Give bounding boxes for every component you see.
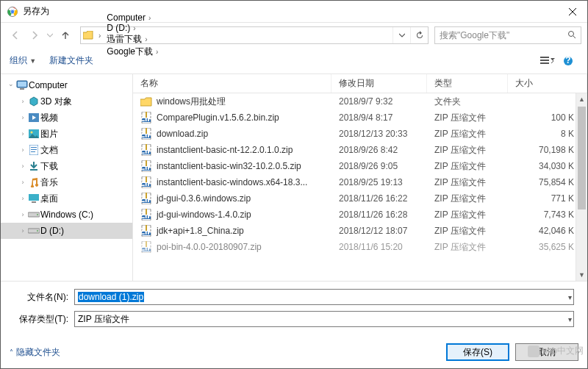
up-button[interactable] [57, 26, 74, 44]
file-row[interactable]: ZIPjdk+api+1.8_China.zip2018/12/12 18:07… [133, 223, 587, 239]
breadcrumb-item[interactable]: Computer› [104, 12, 161, 23]
expand-icon[interactable]: › [18, 211, 27, 218]
scroll-down[interactable]: ▼ [576, 269, 587, 281]
file-row[interactable]: ZIPComparePlugin.v1.5.6.2.bin.zip2018/9/… [133, 110, 587, 126]
file-row[interactable]: ZIPdownload.zip2018/12/13 20:33ZIP 压缩文件8… [133, 126, 587, 142]
filename-input[interactable]: download (1).zip ▾ [74, 289, 574, 305]
file-row[interactable]: ZIPjd-gui-0.3.6.windows.zip2018/11/26 16… [133, 190, 587, 207]
svg-rect-19 [31, 151, 35, 152]
file-name: poi-bin-4.0.0-20180907.zip [157, 242, 262, 252]
save-button[interactable]: 保存(S) [446, 343, 509, 361]
titlebar: 另存为 [1, 1, 587, 23]
zip-icon: ZIP [140, 112, 152, 123]
svg-rect-50 [146, 193, 147, 198]
breadcrumb-item[interactable]: D (D:)› [104, 23, 161, 33]
file-row[interactable]: windows用批处理2018/9/7 9:32文件夹 [133, 93, 587, 110]
file-row[interactable]: ZIPinstantclient-basic-nt-12.2.0.1.0.zip… [133, 142, 587, 158]
file-row[interactable]: ZIPjd-gui-windows-1.4.0.zip2018/11/26 16… [133, 207, 587, 223]
chrome-icon [7, 6, 18, 18]
hide-folders-button[interactable]: ˄ 隐藏文件夹 [10, 346, 60, 359]
new-folder-button[interactable]: 新建文件夹 [49, 54, 93, 67]
expand-icon[interactable]: › [18, 114, 27, 121]
zip-icon: ZIP [140, 144, 152, 156]
chevron-down-icon[interactable]: ▾ [568, 315, 572, 323]
folder-icon [140, 96, 152, 107]
pictures-icon [27, 129, 40, 138]
docs-icon [27, 145, 40, 155]
sidebar-item[interactable]: ›音乐 [1, 174, 132, 190]
close-button[interactable] [558, 1, 587, 23]
help-button[interactable]: ? [558, 56, 578, 66]
back-button[interactable] [7, 26, 24, 44]
expand-icon[interactable]: › [18, 146, 27, 154]
cancel-button[interactable]: 取消 [515, 343, 578, 361]
file-type: ZIP 压缩文件 [427, 176, 508, 189]
col-name[interactable]: 名称 [133, 74, 331, 93]
address-bar[interactable]: › Computer›D (D:)›迅雷下载›Google下载› [80, 26, 429, 44]
col-size[interactable]: 大小 [508, 74, 587, 93]
view-button[interactable] [537, 56, 558, 66]
svg-rect-6 [540, 60, 549, 61]
column-headers: 名称 修改日期 类型 大小 [133, 74, 587, 93]
filetype-select[interactable]: ZIP 压缩文件 ▾ [74, 311, 574, 327]
sidebar-item[interactable]: ›图片 [1, 126, 132, 142]
file-row[interactable]: ZIPinstantclient-basic-windows.x64-18.3.… [133, 174, 587, 190]
sidebar-item[interactable]: ›文档 [1, 142, 132, 158]
breadcrumb-sep[interactable]: › [96, 32, 104, 40]
refresh-button[interactable] [410, 27, 428, 43]
svg-rect-7 [540, 62, 549, 64]
file-name: instantclient-basic-windows.x64-18.3... [157, 177, 307, 187]
file-date: 2018/9/4 8:17 [331, 112, 427, 123]
svg-rect-54 [146, 209, 147, 215]
file-type: ZIP 压缩文件 [427, 112, 508, 124]
col-date[interactable]: 修改日期 [331, 74, 427, 93]
sidebar-item[interactable]: ›桌面 [1, 190, 132, 207]
expand-icon[interactable]: › [18, 195, 27, 202]
scrollbar[interactable]: ▲ ▼ [576, 93, 587, 281]
navbar: › Computer›D (D:)›迅雷下载›Google下载› 搜索"Goog… [1, 23, 587, 48]
search-input[interactable]: 搜索"Google下载" [434, 26, 581, 44]
file-row[interactable]: ZIPpoi-bin-4.0.0-20180907.zip2018/11/6 1… [133, 239, 587, 255]
file-name: ComparePlugin.v1.5.6.2.bin.zip [157, 112, 279, 123]
col-type[interactable]: 类型 [427, 74, 508, 93]
svg-point-15 [31, 132, 33, 134]
address-dropdown[interactable] [392, 27, 410, 43]
expand-icon[interactable]: › [18, 162, 27, 170]
svg-rect-38 [146, 144, 147, 150]
recent-dropdown[interactable] [45, 26, 55, 44]
expand-icon[interactable]: › [18, 98, 27, 105]
breadcrumb-item[interactable]: 迅雷下载› [104, 33, 161, 46]
svg-text:?: ? [565, 56, 570, 65]
3d-icon [27, 96, 40, 107]
search-icon [567, 30, 576, 41]
scroll-up[interactable]: ▲ [576, 93, 587, 105]
file-name: jd-gui-windows-1.4.0.zip [157, 209, 251, 220]
sidebar-item[interactable]: ⌄Computer [1, 77, 132, 93]
svg-point-3 [11, 10, 14, 12]
sidebar-item[interactable]: ›3D 对象 [1, 93, 132, 110]
file-type: ZIP 压缩文件 [427, 160, 508, 173]
expand-icon[interactable]: ⌄ [7, 80, 15, 87]
sidebar-item-label: 视频 [40, 112, 58, 124]
scroll-thumb[interactable] [578, 107, 586, 209]
svg-rect-5 [540, 57, 549, 58]
main-panel: 名称 修改日期 类型 大小 windows用批处理2018/9/7 9:32文件… [133, 74, 587, 281]
chevron-right-icon: › [133, 24, 135, 32]
file-date: 2018/9/25 19:13 [331, 177, 427, 187]
zip-icon: ZIP [140, 241, 152, 253]
sidebar-item-label: Windows (C:) [40, 209, 93, 220]
expand-icon[interactable]: › [18, 227, 27, 234]
expand-icon[interactable]: › [18, 179, 27, 186]
sidebar-item[interactable]: ›视频 [1, 110, 132, 126]
sidebar-item[interactable]: ›D (D:) [1, 223, 132, 239]
footer: ˄ 隐藏文件夹 保存(S) 取消 [1, 337, 587, 368]
sidebar-item[interactable]: ›下载 [1, 158, 132, 174]
file-list[interactable]: windows用批处理2018/9/7 9:32文件夹ZIPComparePlu… [133, 93, 587, 281]
organize-button[interactable]: 组织 ▼ [10, 54, 36, 67]
file-row[interactable]: ZIPinstantclient-basic-win32-10.2.0.5.zi… [133, 158, 587, 174]
sidebar-item[interactable]: ›Windows (C:) [1, 207, 132, 223]
chevron-down-icon[interactable]: ▾ [568, 293, 572, 301]
forward-button[interactable] [26, 26, 43, 44]
sidebar: ⌄Computer›3D 对象›视频›图片›文档›下载›音乐›桌面›Window… [1, 74, 133, 281]
expand-icon[interactable]: › [18, 130, 27, 137]
